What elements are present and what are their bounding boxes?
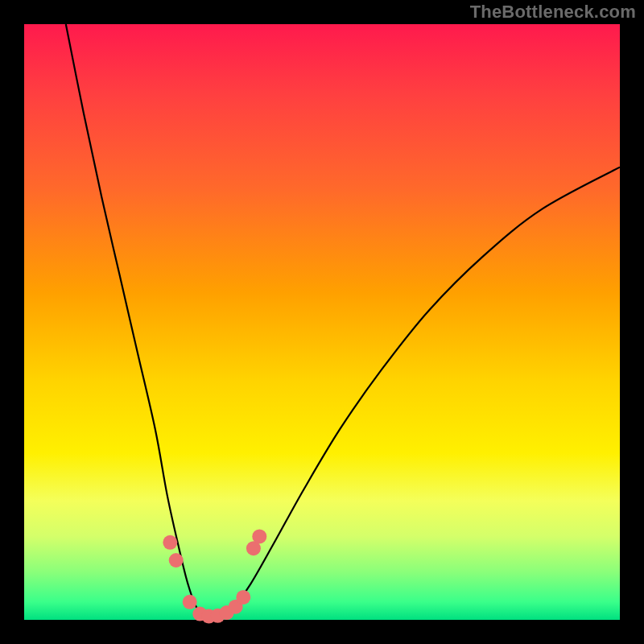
curve-layer [24,24,620,620]
curve-marker [236,590,250,605]
curve-marker [183,595,197,609]
curve-marker [169,553,184,568]
chart-frame: TheBottleneck.com [0,0,644,644]
watermark-text: TheBottleneck.com [470,2,636,23]
curve-marker [252,529,266,543]
bottleneck-curve [66,24,620,618]
curve-marker [163,535,177,550]
